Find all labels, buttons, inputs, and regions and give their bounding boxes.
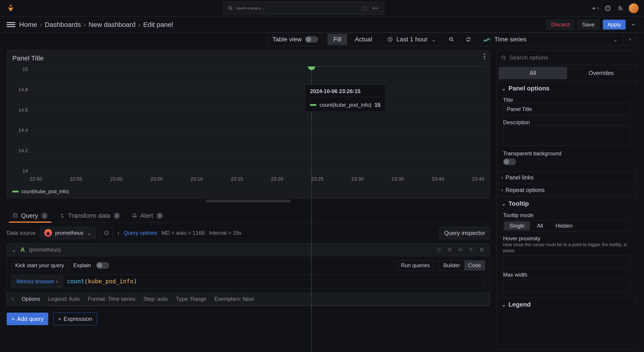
hover-prox-input[interactable] (503, 255, 631, 268)
section-repeat-options[interactable]: Repeat options (497, 184, 637, 196)
chevron-down-icon (501, 85, 506, 92)
crumb-home[interactable]: Home (19, 21, 37, 29)
panel-title: Panel Title (12, 54, 484, 62)
chart-tooltip: 2024-10-06 23:26:15 count(kube_pod_info)… (305, 84, 386, 112)
search-icon (501, 55, 506, 60)
hover-prox-help: How close the cursor must be to a point … (503, 242, 631, 254)
clock-icon (388, 37, 393, 42)
section-legend[interactable]: Legend (497, 297, 637, 312)
tooltip-mode-label: Tooltip mode (503, 212, 631, 218)
add-button[interactable] (591, 4, 599, 12)
panel-menu-button[interactable] (484, 54, 485, 59)
hover-prox-label: Hover proximity (503, 235, 631, 242)
crumb-edit-panel: Edit panel (143, 21, 173, 29)
panel-type-picker[interactable]: Time series (478, 33, 623, 46)
time-range-picker[interactable]: Last 1 hour (382, 33, 441, 46)
help-icon: ? (605, 5, 611, 11)
tab-transform[interactable]: Transform data 0 (54, 209, 126, 222)
section-panel-options[interactable]: Panel options (497, 81, 637, 96)
breadcrumb: Home › Dashboards › New dashboard › Edit… (19, 21, 173, 29)
tooltip-mode-hidden[interactable]: Hidden (549, 220, 579, 231)
description-label: Description (503, 119, 631, 126)
fill-option[interactable]: Fill (328, 34, 347, 45)
title-label: Title (503, 97, 631, 103)
svg-line-26 (504, 58, 506, 60)
save-button[interactable]: Save (578, 20, 599, 30)
top-navbar: Search or jump to... ⌘+k ? (0, 0, 644, 17)
table-view-toggle[interactable]: Table view (267, 33, 324, 46)
legend-swatch (12, 191, 18, 192)
refresh-button[interactable] (462, 33, 475, 46)
crumb-dashboards[interactable]: Dashboards (45, 21, 81, 29)
search-shortcut: ⌘+k (371, 6, 380, 11)
database-icon (12, 213, 18, 218)
rss-icon (618, 5, 623, 11)
chevron-right-icon (628, 37, 632, 42)
options-sidebar: All Overrides Panel options Title Descri… (496, 50, 637, 349)
svg-text:?: ? (607, 6, 609, 10)
chevron-down-icon (431, 36, 436, 43)
tooltip-timestamp: 2024-10-06 23:26:15 (310, 88, 380, 94)
refresh-icon (466, 37, 471, 42)
collapse-crumb-button[interactable] (629, 21, 637, 29)
svg-point-11 (14, 213, 17, 215)
collapse-sidebar-button[interactable] (623, 33, 637, 46)
transform-icon (60, 213, 65, 218)
transparent-toggle[interactable] (503, 158, 516, 165)
description-input[interactable] (503, 126, 631, 146)
zoom-out-icon (449, 37, 454, 42)
chevron-down-icon (613, 36, 618, 43)
tooltip-mode-segment: Single All Hidden (503, 220, 631, 231)
chart-area[interactable]: 15 14.8 14.6 14.4 14.2 14 (12, 67, 484, 187)
viz-panel: Panel Title 15 14.8 14.6 14.4 14.2 14 (7, 50, 490, 198)
options-search-input[interactable] (509, 54, 632, 61)
chevron-up-icon (631, 22, 636, 27)
avatar[interactable] (629, 3, 639, 13)
transparent-label: Transparent background (503, 150, 631, 157)
search-icon (228, 6, 233, 11)
collapse-query-icon[interactable] (12, 246, 16, 253)
search-placeholder: Search or jump to... (236, 7, 264, 10)
news-button[interactable] (616, 4, 624, 12)
help-button[interactable]: ? (604, 4, 612, 12)
keyboard-icon (362, 7, 367, 10)
apply-button[interactable]: Apply (603, 20, 626, 30)
section-tooltip[interactable]: Tooltip (497, 196, 637, 211)
svg-rect-2 (362, 7, 367, 10)
svg-point-5 (618, 9, 619, 10)
grafana-logo[interactable] (5, 3, 16, 14)
tab-alert[interactable]: Alert 0 (126, 209, 169, 222)
query-count: 1 (41, 212, 48, 219)
chevron-right-icon (501, 174, 503, 181)
x-axis: 22:50 22:55 23:00 23:05 23:10 23:15 23:2… (30, 176, 484, 182)
query-ref-id: A (20, 246, 25, 253)
section-panel-links[interactable]: Panel links (497, 171, 637, 184)
zoom-out-button[interactable] (444, 33, 458, 46)
max-width-label: Max width (503, 272, 631, 278)
crumb-new-dashboard[interactable]: New dashboard (88, 21, 136, 29)
explain-toggle[interactable] (96, 262, 109, 269)
svg-point-25 (502, 56, 505, 59)
global-search[interactable]: Search or jump to... ⌘+k (223, 2, 384, 15)
toggle-off-icon (305, 36, 318, 43)
tooltip-mode-all[interactable]: All (531, 220, 550, 231)
menu-toggle[interactable] (7, 22, 15, 27)
max-width-input[interactable] (503, 280, 631, 292)
fill-actual-segment: Fill Actual (326, 33, 379, 46)
tab-query[interactable]: Query 1 (7, 209, 54, 222)
tab-all[interactable]: All (498, 67, 567, 79)
discard-button[interactable]: Discard (546, 20, 574, 30)
y-axis: 15 14.8 14.6 14.4 14.2 14 (12, 67, 30, 174)
svg-point-10 (308, 67, 316, 70)
bell-icon (132, 213, 137, 218)
tooltip-mode-single[interactable]: Single (504, 221, 530, 230)
chevron-down-icon (597, 5, 599, 12)
title-input[interactable] (503, 103, 631, 115)
svg-point-0 (228, 6, 231, 9)
tab-overrides[interactable]: Overrides (567, 67, 636, 79)
svg-line-9 (452, 40, 454, 41)
actual-option[interactable]: Actual (348, 33, 379, 46)
chevron-right-icon (501, 187, 503, 194)
chevron-down-icon (501, 301, 506, 308)
tooltip-series: count(kube_pod_info) (320, 102, 371, 108)
